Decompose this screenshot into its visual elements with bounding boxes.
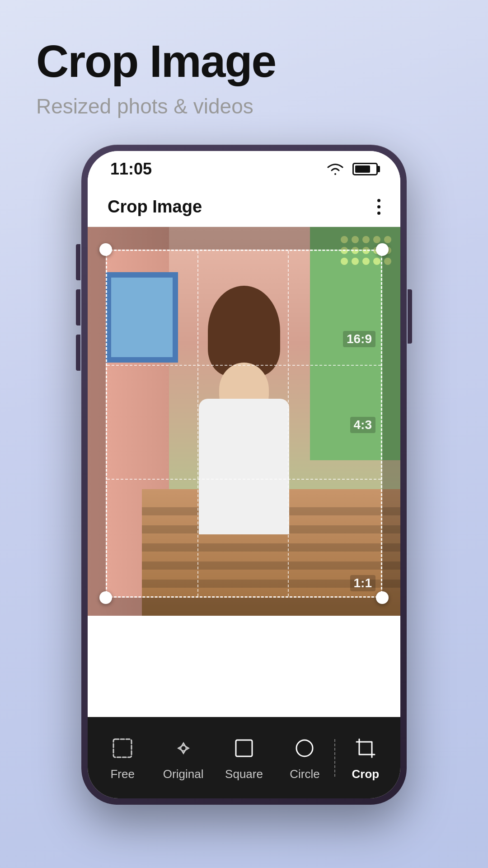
page-subtitle: Resized phots & videos	[36, 94, 276, 118]
crop-grid-h1	[107, 365, 381, 366]
original-icon	[170, 735, 197, 762]
svg-rect-0	[113, 739, 131, 757]
crop-handle-top-left[interactable]	[99, 243, 112, 256]
ratio-label-16-9: 16:9	[343, 331, 375, 347]
free-icon	[109, 735, 136, 762]
tool-square[interactable]: Square	[214, 735, 274, 781]
tool-circle-label: Circle	[290, 767, 319, 781]
app-header-title: Crop Image	[108, 197, 202, 217]
phone-inner: 11:05 Crop Image	[88, 151, 400, 798]
page-header: Crop Image Resized phots & videos	[36, 36, 276, 118]
status-time: 11:05	[110, 160, 152, 179]
tool-original[interactable]: Original	[153, 735, 213, 781]
tool-free-label: Free	[110, 767, 134, 781]
svg-point-1	[181, 745, 186, 751]
tool-crop-label: Crop	[352, 767, 379, 781]
svg-rect-4	[359, 742, 372, 755]
battery-fill	[355, 165, 370, 173]
menu-dot	[377, 199, 380, 202]
status-icons	[325, 161, 378, 177]
tool-original-label: Original	[163, 767, 204, 781]
svg-point-3	[296, 740, 313, 756]
menu-dot	[377, 205, 380, 208]
ratio-label-1-1: 1:1	[350, 575, 375, 591]
circle-icon	[291, 735, 318, 762]
crop-shadow-bottom	[88, 598, 400, 616]
crop-handle-top-right[interactable]	[376, 243, 389, 256]
crop-shadow-left	[88, 250, 106, 598]
crop-grid-h2	[107, 479, 381, 480]
page-title: Crop Image	[36, 36, 276, 86]
phone-outer: 11:05 Crop Image	[81, 145, 407, 805]
crop-box[interactable]	[106, 250, 382, 598]
ratio-label-4-3: 4:3	[350, 417, 375, 433]
square-icon	[230, 735, 258, 762]
phone-mockup: 11:05 Crop Image	[81, 145, 407, 823]
tool-circle[interactable]: Circle	[274, 735, 335, 781]
menu-dot	[377, 212, 380, 215]
crop-handle-bottom-right[interactable]	[376, 591, 389, 604]
tool-square-label: Square	[225, 767, 263, 781]
crop-handle-bottom-left[interactable]	[99, 591, 112, 604]
bottom-toolbar: Free Original	[88, 717, 400, 798]
status-bar: 11:05	[88, 151, 400, 187]
wifi-icon	[325, 161, 345, 177]
battery-icon	[352, 163, 378, 175]
menu-button[interactable]	[377, 199, 380, 215]
crop-grid-v2	[288, 251, 289, 596]
svg-rect-2	[236, 740, 252, 756]
crop-grid-v1	[197, 251, 198, 596]
image-editor-area[interactable]: 16:9 4:3 1:1	[88, 227, 400, 616]
crop-icon	[352, 735, 379, 762]
tool-free[interactable]: Free	[92, 735, 153, 781]
crop-shadow-top	[88, 227, 400, 250]
crop-shadow-right	[382, 250, 400, 598]
app-header: Crop Image	[88, 187, 400, 227]
tool-crop[interactable]: Crop	[335, 735, 396, 781]
